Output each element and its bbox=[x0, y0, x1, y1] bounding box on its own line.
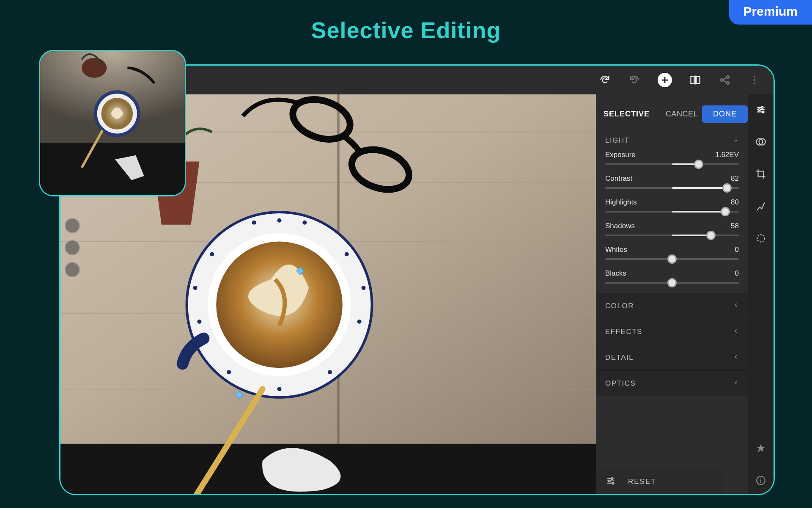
chevron-left-icon bbox=[733, 379, 739, 388]
page-title: Selective Editing bbox=[0, 0, 812, 43]
slider-label: Contrast bbox=[605, 174, 632, 183]
chevron-left-icon bbox=[733, 302, 739, 310]
slider-thumb[interactable] bbox=[706, 231, 716, 240]
svg-point-12 bbox=[754, 76, 755, 77]
chevron-left-icon bbox=[733, 353, 739, 362]
slider-track[interactable] bbox=[605, 258, 739, 260]
svg-rect-6 bbox=[691, 77, 694, 83]
sliders-group: Exposure1.62EVContrast82Highlights80Shad… bbox=[596, 149, 748, 284]
slider-value: 58 bbox=[731, 222, 739, 230]
chevron-left-icon bbox=[733, 328, 739, 336]
section-label: COLOR bbox=[605, 302, 634, 310]
before-image bbox=[40, 51, 185, 195]
slider-label: Highlights bbox=[605, 198, 637, 207]
done-button[interactable]: DONE bbox=[702, 105, 748, 123]
slider-label: Blacks bbox=[605, 269, 626, 278]
svg-rect-1 bbox=[40, 143, 185, 195]
slider-track[interactable] bbox=[605, 282, 739, 284]
sliders-tool-icon[interactable] bbox=[755, 104, 767, 116]
slider-track[interactable] bbox=[605, 163, 739, 165]
undo-icon[interactable] bbox=[628, 74, 641, 86]
svg-point-29 bbox=[328, 370, 332, 374]
selective-mode-label: SELECTIVE bbox=[604, 110, 650, 119]
slider-track[interactable] bbox=[605, 211, 739, 213]
svg-point-2 bbox=[82, 58, 107, 78]
section-label: EFFECTS bbox=[605, 328, 642, 336]
section-label: DETAIL bbox=[605, 353, 634, 362]
svg-point-26 bbox=[277, 218, 282, 223]
before-thumbnail bbox=[39, 50, 186, 196]
slider-row: Highlights80 bbox=[605, 198, 739, 213]
collapsed-section[interactable]: DETAIL bbox=[596, 345, 748, 370]
section-label: OPTICS bbox=[605, 379, 636, 388]
collapsed-section[interactable]: EFFECTS bbox=[596, 319, 748, 345]
edit-panel: SELECTIVE CANCEL DONE LIGHT Exposure1.62… bbox=[596, 94, 774, 494]
svg-point-22 bbox=[210, 252, 214, 256]
svg-point-38 bbox=[612, 482, 614, 484]
svg-point-47 bbox=[760, 478, 761, 479]
slider-label: Whites bbox=[605, 246, 627, 254]
slider-label: Shadows bbox=[605, 222, 635, 230]
slider-value: 82 bbox=[731, 174, 739, 183]
svg-point-24 bbox=[197, 320, 201, 324]
svg-point-41 bbox=[762, 111, 764, 113]
adjust-sliders-icon[interactable] bbox=[605, 475, 616, 488]
slider-thumb[interactable] bbox=[667, 278, 677, 287]
svg-point-30 bbox=[193, 286, 198, 290]
slider-value: 0 bbox=[735, 246, 739, 254]
slider-row: Exposure1.62EV bbox=[605, 151, 739, 165]
compare-icon[interactable] bbox=[689, 74, 702, 86]
svg-point-44 bbox=[757, 235, 764, 242]
slider-track[interactable] bbox=[605, 187, 739, 189]
slider-row: Blacks0 bbox=[605, 269, 739, 284]
menu-icon[interactable] bbox=[748, 74, 761, 86]
slider-track[interactable] bbox=[605, 235, 739, 236]
mode-row: SELECTIVE CANCEL DONE bbox=[596, 94, 748, 132]
cancel-button[interactable]: CANCEL bbox=[666, 110, 698, 119]
svg-point-27 bbox=[277, 387, 282, 391]
panel-bottom-strip: RESET bbox=[596, 469, 723, 494]
star-icon[interactable] bbox=[755, 442, 767, 454]
slider-value: 80 bbox=[731, 198, 739, 207]
svg-point-37 bbox=[609, 480, 610, 481]
premium-pill[interactable]: Premium bbox=[729, 0, 812, 25]
crop-tool-icon[interactable] bbox=[755, 168, 767, 180]
collapsed-section[interactable]: COLOR bbox=[596, 293, 748, 319]
add-button[interactable] bbox=[658, 73, 672, 87]
chevron-down-icon bbox=[733, 138, 739, 144]
slider-thumb[interactable] bbox=[722, 183, 732, 193]
collapsed-section[interactable]: OPTICS bbox=[596, 370, 748, 396]
svg-point-25 bbox=[357, 320, 362, 324]
svg-point-31 bbox=[362, 286, 366, 290]
svg-point-39 bbox=[761, 106, 763, 108]
svg-point-32 bbox=[252, 221, 256, 225]
svg-rect-7 bbox=[696, 77, 700, 83]
light-section-header[interactable]: LIGHT bbox=[596, 132, 748, 149]
redo-icon[interactable] bbox=[598, 74, 611, 86]
slider-row: Contrast82 bbox=[605, 174, 739, 189]
svg-point-23 bbox=[345, 252, 349, 256]
slider-row: Whites0 bbox=[605, 246, 739, 260]
slider-row: Shadows58 bbox=[605, 222, 739, 236]
svg-point-14 bbox=[754, 83, 755, 84]
svg-point-28 bbox=[227, 370, 231, 374]
masking-tool-icon[interactable] bbox=[755, 136, 767, 148]
slider-value: 0 bbox=[735, 269, 739, 278]
healing-tool-icon[interactable] bbox=[755, 200, 767, 212]
light-label: LIGHT bbox=[605, 136, 630, 145]
svg-point-36 bbox=[611, 478, 613, 479]
slider-thumb[interactable] bbox=[721, 207, 730, 216]
slider-thumb[interactable] bbox=[667, 254, 677, 264]
info-icon[interactable] bbox=[755, 475, 767, 486]
reset-button[interactable]: RESET bbox=[628, 478, 656, 486]
slider-label: Exposure bbox=[605, 151, 636, 159]
right-tool-rail bbox=[748, 94, 774, 494]
radial-tool-icon[interactable] bbox=[755, 232, 767, 244]
svg-point-40 bbox=[759, 109, 760, 110]
share-icon[interactable] bbox=[719, 74, 731, 86]
slider-value: 1.62EV bbox=[715, 151, 739, 159]
svg-point-33 bbox=[302, 221, 307, 225]
slider-thumb[interactable] bbox=[694, 160, 703, 169]
svg-point-13 bbox=[754, 79, 755, 81]
